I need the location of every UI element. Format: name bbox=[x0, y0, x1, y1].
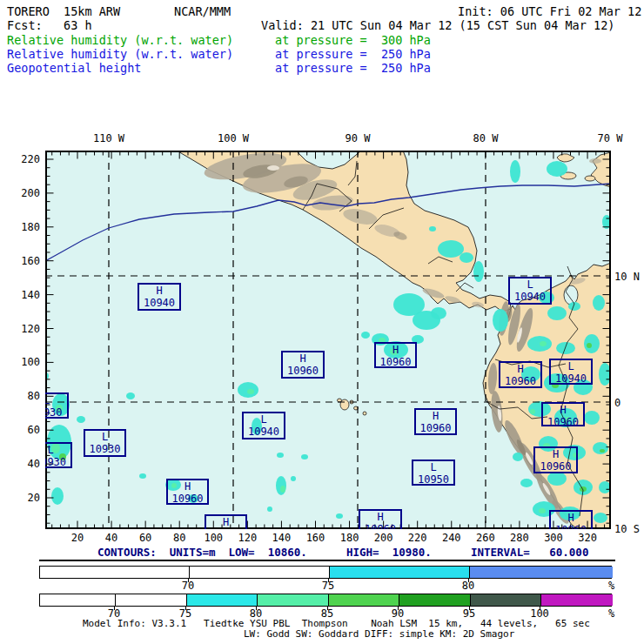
grid-x-label: 80 bbox=[173, 532, 185, 544]
marker-value: 10930 bbox=[45, 456, 70, 468]
high-pressure-marker: H10960 bbox=[499, 361, 542, 388]
colorbar-segment bbox=[540, 594, 613, 606]
galapagos-island bbox=[363, 412, 366, 415]
colorbar-segment bbox=[186, 594, 257, 606]
colorbar-divider bbox=[329, 567, 330, 578]
colorbar-segment bbox=[115, 594, 186, 606]
humidity-patch bbox=[438, 240, 464, 258]
marker-value: 10960 bbox=[551, 524, 591, 529]
grid-y-label: 160 bbox=[0, 255, 40, 267]
marker-value: 10940 bbox=[510, 291, 550, 303]
field-1-level: at pressure = 300 hPa bbox=[275, 34, 431, 46]
colorbar-divider bbox=[186, 594, 187, 606]
marker-value: 10960 bbox=[360, 523, 400, 529]
colorbar-divider bbox=[189, 567, 190, 578]
grid-y-label: 60 bbox=[0, 424, 40, 436]
grid-x-label: 160 bbox=[306, 532, 325, 544]
latitude-label: 10 N bbox=[614, 271, 640, 283]
humidity-patch bbox=[540, 341, 547, 346]
grid-x-label: 320 bbox=[578, 532, 597, 544]
low-pressure-marker: L10930 bbox=[45, 392, 69, 419]
humidity-patch bbox=[431, 307, 446, 319]
colorbar-value-label: 75 bbox=[322, 580, 334, 592]
contour-info: CONTOURS: UNITS=m LOW= 10860. HIGH= 1098… bbox=[97, 546, 588, 559]
longitude-label: 110 W bbox=[93, 132, 124, 144]
low-pressure-marker: L10940 bbox=[242, 412, 285, 439]
humidity-patch bbox=[599, 363, 611, 386]
marker-type: L bbox=[413, 461, 453, 473]
marker-value: 10940 bbox=[244, 426, 284, 438]
grid-y-label: 120 bbox=[0, 323, 40, 335]
field-3-name: Geopotential height bbox=[7, 62, 141, 74]
field-2-name: Relative humidity (w.r.t. water) bbox=[7, 48, 233, 60]
grid-x-label: 60 bbox=[139, 532, 151, 544]
humidity-patch bbox=[247, 389, 254, 394]
model-title: TORERO 15km ARW bbox=[7, 5, 120, 17]
colorbar-divider bbox=[115, 594, 116, 606]
longitude-label: 90 W bbox=[345, 132, 371, 144]
low-pressure-marker: L10930 bbox=[84, 429, 126, 457]
weather-forecast-page: TORERO 15km ARW NCAR/MMM Init: 06 UTC Fr… bbox=[0, 0, 644, 644]
forecast-map: H10940H10960H10960L10940H10960L10940H109… bbox=[45, 151, 611, 529]
humidity-patch bbox=[584, 411, 600, 425]
marker-value: 10950 bbox=[413, 473, 453, 486]
humidity-patch bbox=[429, 226, 436, 231]
humidity-patch bbox=[547, 472, 567, 486]
marker-type: H bbox=[376, 344, 415, 356]
colorbar-segment bbox=[40, 594, 115, 606]
high-pressure-marker: H10960 bbox=[414, 408, 457, 435]
humidity-patch bbox=[599, 481, 611, 493]
low-pressure-marker: L10940 bbox=[549, 359, 593, 385]
high-pressure-marker: H10960 bbox=[281, 351, 325, 379]
colorbar-segment bbox=[257, 594, 328, 606]
high-pressure-marker: H10960 bbox=[166, 479, 209, 505]
high-pressure-marker: H10960 bbox=[549, 510, 593, 529]
marker-type: H bbox=[283, 352, 323, 365]
model-info-line2: LW: Godd SW: Goddard DIFF: simple KM: 2D… bbox=[244, 628, 514, 640]
high-pressure-marker: H10940 bbox=[138, 283, 181, 311]
grid-y-label: 20 bbox=[0, 492, 40, 504]
humidity-patch bbox=[547, 306, 567, 320]
terrain-shading bbox=[589, 158, 601, 164]
marker-value: 10960 bbox=[500, 375, 540, 387]
colorbar-divider bbox=[257, 594, 258, 606]
humidity-patch bbox=[277, 453, 284, 458]
longitude-label: 80 W bbox=[473, 132, 499, 144]
marker-type: L bbox=[551, 360, 591, 372]
humidity-patch bbox=[547, 161, 567, 177]
humidity-patch bbox=[280, 486, 285, 493]
colorbar-divider bbox=[399, 594, 399, 606]
marker-type: L bbox=[244, 413, 284, 426]
grid-y-label: 80 bbox=[0, 390, 40, 402]
marker-type: H bbox=[360, 511, 400, 523]
high-pressure-marker: H10960 bbox=[541, 402, 585, 426]
humidity-patch bbox=[291, 476, 296, 481]
humidity-patch bbox=[513, 453, 523, 461]
humidity-patch bbox=[126, 392, 135, 399]
marker-value: 10930 bbox=[45, 406, 67, 419]
humidity-patch bbox=[530, 409, 535, 414]
grid-y-label: 140 bbox=[0, 289, 40, 301]
latitude-label: 10 S bbox=[614, 523, 640, 535]
humidity-patch bbox=[584, 334, 600, 353]
high-pressure-marker: H10960 bbox=[374, 342, 417, 368]
humidity-patch bbox=[600, 449, 605, 453]
grid-x-label: 300 bbox=[544, 532, 563, 544]
colorbar-divider bbox=[470, 594, 471, 606]
grid-x-label: 20 bbox=[71, 532, 84, 544]
colorbar-unit-label: % bbox=[608, 607, 614, 620]
marker-type: L bbox=[45, 394, 67, 406]
marker-type: H bbox=[543, 404, 583, 416]
humidity-patch bbox=[139, 473, 146, 479]
low-pressure-marker: L10940 bbox=[508, 277, 552, 305]
grid-y-label: 180 bbox=[0, 221, 40, 233]
marker-value: 10960 bbox=[416, 422, 455, 434]
colorbar-unit-label: % bbox=[608, 580, 614, 592]
humidity-patch bbox=[556, 342, 575, 354]
colorbar-divider bbox=[540, 594, 541, 606]
humidity-patch bbox=[493, 309, 508, 332]
lake-maracaibo bbox=[564, 285, 578, 305]
grid-x-label: 40 bbox=[105, 532, 117, 544]
marker-value: 10940 bbox=[139, 297, 179, 309]
marker-type: L bbox=[510, 278, 550, 291]
